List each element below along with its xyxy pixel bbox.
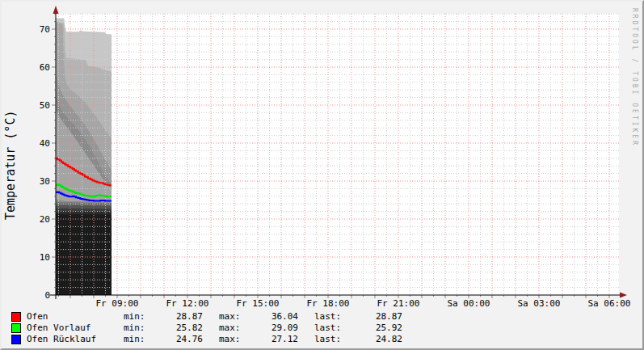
- legend-series-name: Ofen: [27, 311, 124, 323]
- legend-last-label: last:: [314, 311, 342, 323]
- x-tick-label: Fr 15:00: [237, 298, 280, 309]
- legend-min-value: 25.82: [145, 323, 203, 334]
- legend-max-label: max:: [219, 311, 241, 323]
- rrdtool-graph-window: 010203040506070Fr 09:00Fr 12:00Fr 15:00F…: [0, 0, 644, 350]
- legend-max-label: max:: [219, 323, 241, 334]
- y-tick-label: 40: [40, 138, 50, 149]
- legend-last-value: 28.87: [342, 311, 402, 323]
- legend-series-name: Ofen Vorlauf: [27, 323, 124, 334]
- legend-max-value: 36.04: [241, 311, 298, 323]
- x-tick-label: Fr 12:00: [166, 298, 209, 309]
- area-shade-12: [56, 214, 112, 295]
- legend-last-value: 25.92: [342, 323, 402, 334]
- legend-min-value: 28.87: [145, 311, 203, 323]
- legend-max-label: max:: [219, 334, 241, 345]
- y-tick-label: 10: [40, 252, 50, 263]
- legend-last-label: last:: [314, 323, 342, 334]
- legend-min-label: min:: [124, 334, 145, 345]
- legend-row-ofen-ruecklauf: Ofen Rücklauf min: 24.76 max: 27.12 last…: [11, 334, 402, 345]
- y-tick-label: 50: [40, 100, 50, 111]
- y-tick-label: 20: [40, 214, 50, 225]
- legend-series-name: Ofen Rücklauf: [27, 334, 124, 345]
- y-tick-label: 30: [40, 176, 50, 187]
- y-tick-label: 70: [40, 24, 50, 35]
- x-tick-label: Sa 06:00: [588, 298, 631, 309]
- legend-swatch-ofen: [11, 312, 21, 322]
- x-tick-label: Fr 21:00: [377, 298, 420, 309]
- legend-max-value: 27.12: [241, 334, 298, 345]
- legend-last-value: 24.82: [342, 334, 402, 345]
- y-axis-arrow: [53, 6, 59, 14]
- legend-swatch-ofen-ruecklauf: [11, 335, 21, 344]
- legend-row-ofen: Ofen min: 28.87 max: 36.04 last: 28.87: [11, 311, 402, 323]
- legend-row-ofen-vorlauf: Ofen Vorlauf min: 25.82 max: 29.09 last:…: [11, 323, 402, 334]
- legend-last-label: last:: [314, 334, 342, 345]
- x-tick-label: Fr 18:00: [307, 298, 350, 309]
- x-tick-label: Sa 03:00: [518, 298, 561, 309]
- x-axis-arrow: [620, 293, 627, 298]
- x-tick-label: Fr 09:00: [96, 298, 139, 309]
- y-axis-title: Temperatur (°C): [3, 94, 18, 236]
- legend-min-label: min:: [124, 311, 145, 323]
- y-tick-label: 0: [44, 290, 50, 301]
- legend-min-label: min:: [124, 323, 145, 334]
- legend-max-value: 29.09: [241, 323, 298, 334]
- legend-min-value: 24.76: [145, 334, 203, 345]
- temperature-chart: 010203040506070Fr 09:00Fr 12:00Fr 15:00F…: [2, 2, 642, 348]
- rrdtool-watermark: RRDTOOL / TOBI OETIKER: [631, 8, 638, 147]
- x-tick-label: Sa 00:00: [448, 298, 490, 309]
- y-tick-label: 60: [40, 62, 50, 73]
- legend-swatch-ofen-vorlauf: [11, 323, 21, 333]
- legend: Ofen min: 28.87 max: 36.04 last: 28.87 O…: [11, 311, 402, 345]
